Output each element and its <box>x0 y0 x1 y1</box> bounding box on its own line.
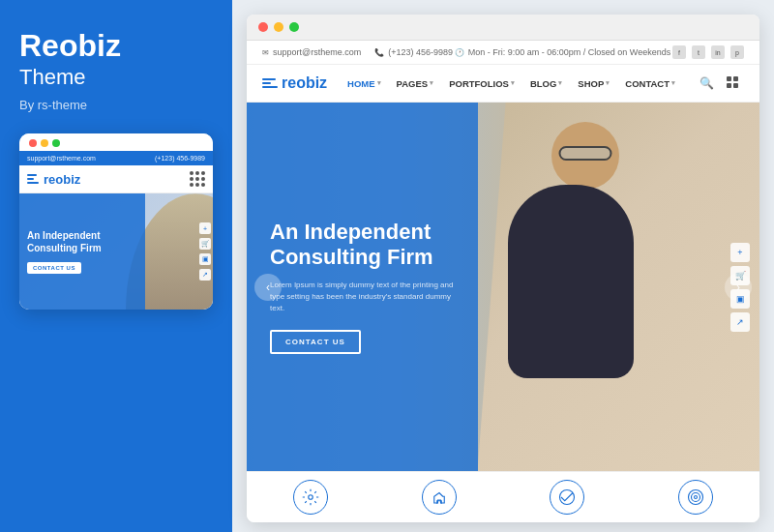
grid-dot <box>195 177 199 181</box>
site-phone-text: (+123) 456-9989 <box>388 47 453 57</box>
browser-dot-red <box>258 22 268 32</box>
nav-shop[interactable]: SHOP ▾ <box>571 74 616 93</box>
mobile-phone: (+123) 456-9989 <box>155 155 205 162</box>
logo-bar-1 <box>262 78 276 80</box>
nav-contact-arrow: ▾ <box>671 79 675 87</box>
hero-cart-icon[interactable]: 🛒 <box>730 266 750 285</box>
svg-rect-1 <box>733 76 738 81</box>
site-hours-center: 🕐 Mon - Fri: 9:00 am - 06:00pm / Closed … <box>455 47 670 57</box>
brand-title: Reobiz <box>19 29 121 63</box>
left-panel: Reobiz Theme By rs-theme support@rstheme… <box>0 0 232 532</box>
nav-icons: 🔍 <box>696 73 744 94</box>
mobile-logo: reobiz <box>27 172 80 187</box>
feature-target-icon <box>678 480 713 515</box>
brand-by: By rs-theme <box>19 98 87 112</box>
mobile-dot-yellow <box>41 139 48 147</box>
site-email-text: support@rstheme.com <box>273 47 361 57</box>
mobile-logo-text: reobiz <box>44 172 80 187</box>
nav-pages-arrow: ▾ <box>430 79 433 87</box>
search-icon[interactable]: 🔍 <box>696 73 717 94</box>
mobile-logo-bars-icon <box>27 174 39 184</box>
site-hero: An Independent Consulting Firm Lorem Ips… <box>247 103 759 471</box>
hero-cta-button[interactable]: CONTACT US <box>270 330 361 354</box>
nav-blog-arrow: ▾ <box>558 79 562 87</box>
hero-share-icon[interactable]: ↗ <box>730 312 750 332</box>
nav-portfolios-arrow: ▾ <box>511 79 515 87</box>
feature-item-3 <box>550 480 584 515</box>
linkedin-icon[interactable]: in <box>711 45 725 59</box>
mobile-logo-bar-2 <box>27 178 34 180</box>
grid-dot <box>190 171 194 175</box>
feature-item-2 <box>422 480 457 515</box>
grid-dot <box>195 183 199 187</box>
hero-person-figure <box>489 112 682 402</box>
mobile-dot-red <box>29 139 37 147</box>
grid-view-icon[interactable] <box>723 73 744 94</box>
nav-pages-label: PAGES <box>397 78 429 89</box>
mobile-hero-title: An Independent Consulting Firm <box>27 229 137 254</box>
mobile-side-icon-cart[interactable]: 🛒 <box>199 238 211 250</box>
logo-bar-3 <box>262 86 278 88</box>
hero-image-icon[interactable]: ▣ <box>730 289 750 309</box>
pinterest-icon[interactable]: p <box>730 45 744 59</box>
facebook-icon[interactable]: f <box>672 45 686 59</box>
nav-home-arrow: ▾ <box>377 79 381 87</box>
feature-check-icon <box>550 480 584 515</box>
nav-shop-label: SHOP <box>578 78 604 89</box>
svg-point-7 <box>691 493 700 502</box>
grid-dot <box>190 177 194 181</box>
brand-subtitle: Theme <box>19 65 85 90</box>
nav-blog-label: BLOG <box>530 78 556 89</box>
nav-home[interactable]: HOME ▾ <box>341 74 388 93</box>
mobile-menu-icon[interactable] <box>190 171 205 187</box>
browser-chrome <box>247 15 759 41</box>
grid-dot <box>201 177 205 181</box>
site-logo-text: reobiz <box>282 74 327 92</box>
mobile-dot-green <box>52 139 60 147</box>
hero-side-icons: + 🛒 ▣ ↗ <box>730 243 750 332</box>
mobile-mockup: support@rstheme.com (+123) 456-9989 reob… <box>19 133 213 310</box>
svg-rect-0 <box>727 76 731 81</box>
site-email-item: ✉ support@rstheme.com <box>262 47 361 57</box>
nav-pages[interactable]: PAGES ▾ <box>390 74 441 93</box>
person-glasses <box>559 146 612 161</box>
svg-point-6 <box>688 490 702 505</box>
browser-dot-yellow <box>274 22 283 32</box>
grid-dot <box>201 171 205 175</box>
features-row <box>247 471 759 522</box>
mobile-side-icon-share[interactable]: ↗ <box>199 269 211 281</box>
nav-contact[interactable]: CONTACT ▾ <box>618 74 682 93</box>
mobile-contact-button[interactable]: CONTACT US <box>27 262 81 274</box>
svg-point-4 <box>309 495 313 500</box>
twitter-icon[interactable]: t <box>692 45 705 59</box>
svg-point-8 <box>694 496 697 499</box>
site-hours-text: Mon - Fri: 9:00 am - 06:00pm / Closed on… <box>468 47 670 57</box>
feature-settings-icon <box>293 480 328 515</box>
hero-prev-button[interactable]: ‹ <box>254 274 282 301</box>
right-panel: ✉ support@rstheme.com 📞 (+123) 456-9989 … <box>232 0 774 532</box>
mobile-side-icon-plus[interactable]: + <box>199 222 211 234</box>
svg-rect-3 <box>733 83 738 88</box>
site-info-left: ✉ support@rstheme.com 📞 (+123) 456-9989 <box>262 47 453 57</box>
person-body <box>508 185 634 378</box>
feature-handshake-icon <box>422 480 457 515</box>
site-info-bar: ✉ support@rstheme.com 📞 (+123) 456-9989 … <box>247 41 759 65</box>
hero-zoom-icon[interactable]: + <box>730 243 750 262</box>
nav-blog[interactable]: BLOG ▾ <box>523 74 569 93</box>
nav-portfolios[interactable]: PORTFOLIOS ▾ <box>442 74 521 93</box>
svg-rect-2 <box>727 83 731 88</box>
mobile-email: support@rstheme.com <box>27 155 96 162</box>
nav-home-label: HOME <box>347 78 375 89</box>
site-phone-item: 📞 (+123) 456-9989 <box>374 47 453 57</box>
nav-contact-label: CONTACT <box>625 78 670 89</box>
hero-title: An Independent Consulting Firm <box>270 220 455 271</box>
hero-subtitle: Lorem Ipsum is simply dummy text of the … <box>270 280 455 314</box>
nav-menu: HOME ▾ PAGES ▾ PORTFOLIOS ▾ BLOG ▾ <box>341 74 682 93</box>
feature-item-1 <box>293 480 328 515</box>
clock-icon: 🕐 <box>455 48 464 57</box>
mobile-info-bar: support@rstheme.com (+123) 456-9989 <box>19 151 213 165</box>
browser-dot-green <box>289 22 299 32</box>
site-nav: reobiz HOME ▾ PAGES ▾ PORTFOLIOS ▾ <box>247 65 759 103</box>
browser-window: ✉ support@rstheme.com 📞 (+123) 456-9989 … <box>247 15 759 522</box>
mobile-side-icon-img[interactable]: ▣ <box>199 253 211 265</box>
